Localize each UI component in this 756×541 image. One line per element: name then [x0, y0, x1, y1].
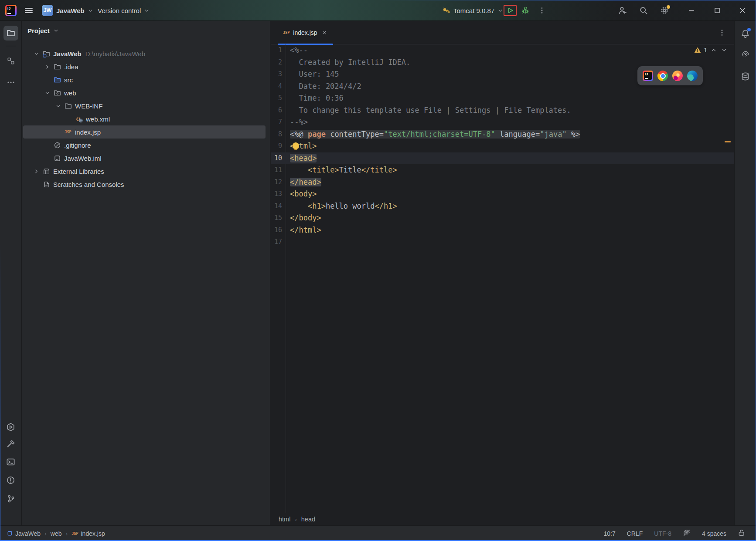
database-tool-button[interactable] [739, 70, 752, 83]
code-line-5[interactable]: 5 Time: 0:36 [271, 92, 734, 105]
more-dots-icon [7, 78, 15, 87]
code-line-13[interactable]: 13<body> [271, 188, 734, 200]
code-line-11[interactable]: 11 <title>Title</title> [271, 164, 734, 176]
edge-icon[interactable] [687, 71, 698, 81]
code-line-1[interactable]: 1<%-- [271, 44, 734, 57]
status-path-label: index.jsp [81, 530, 105, 537]
project-tool-button[interactable] [3, 26, 18, 41]
close-button[interactable] [733, 0, 752, 21]
code-editor[interactable]: 1<%--2 Created by IntelliJ IDEA.3 User: … [271, 44, 734, 513]
tree-item-javaweb-iml[interactable]: JavaWeb.iml [23, 152, 266, 165]
tree-item--idea[interactable]: .idea [23, 60, 266, 73]
idea-logo-button[interactable]: IJ [5, 0, 17, 21]
code-line-7[interactable]: 7--%> [271, 116, 734, 128]
build-tool-button[interactable] [3, 436, 18, 451]
status-path-index-jsp[interactable]: JSPindex.jsp [72, 530, 105, 537]
status-path-separator: › [65, 530, 68, 537]
status-path-web[interactable]: web [51, 530, 62, 537]
tree-item--gitignore[interactable]: .gitignore [23, 139, 266, 152]
project-widget[interactable]: JW JavaWeb [42, 0, 93, 21]
tree-item-src[interactable]: src [23, 73, 266, 86]
search-everywhere-button[interactable] [639, 0, 648, 21]
tree-item-label: JavaWeb [53, 50, 82, 57]
chevron-right-icon[interactable] [33, 168, 40, 175]
maximize-button[interactable] [708, 0, 727, 21]
inspection-widget[interactable]: 1 [694, 46, 728, 54]
code-line-12[interactable]: 12</head> [271, 176, 734, 189]
tab-close-icon[interactable] [321, 29, 328, 36]
code-line-text: User: 145 [286, 68, 339, 81]
code-line-14[interactable]: 14 <h1>hello world</h1> [271, 200, 734, 213]
caret-position-widget[interactable]: 10:7 [603, 530, 615, 537]
code-line-text: <title>Title</title> [286, 164, 397, 176]
folder-web-icon [53, 89, 61, 97]
structure-tool-button[interactable] [3, 54, 18, 68]
problems-tool-button[interactable] [3, 473, 18, 487]
code-line-9[interactable]: 9<html> [271, 140, 734, 152]
idea-browser-icon[interactable]: IJ [643, 71, 653, 81]
firefox-icon[interactable] [672, 71, 683, 81]
folder-project-icon [42, 50, 50, 57]
tree-item-web[interactable]: web [23, 86, 266, 99]
line-number: 5 [271, 92, 286, 105]
breadcrumb-separator: › [295, 516, 296, 523]
minimize-button[interactable] [682, 0, 701, 21]
encoding-widget[interactable]: UTF-8 [654, 530, 671, 537]
minimize-icon [688, 7, 695, 14]
chrome-icon[interactable] [657, 71, 668, 81]
code-line-8[interactable]: 8<%@ page contentType="text/html;charset… [271, 128, 734, 141]
run-configuration-widget[interactable]: Tomcat 9.0.87 [443, 0, 503, 21]
code-line-text: </body> [286, 212, 321, 224]
tree-item-javaweb[interactable]: JavaWebD:\mybatis\JavaWeb [23, 47, 266, 60]
debug-button[interactable] [521, 0, 529, 21]
tree-item-index-jsp[interactable]: JSPindex.jsp [23, 125, 266, 139]
indent-widget[interactable]: 4 spaces [702, 530, 726, 537]
next-problem-button[interactable] [720, 46, 728, 54]
status-path-javaweb[interactable]: JavaWeb [7, 530, 41, 537]
tree-item-label: web.xml [86, 115, 110, 123]
notifications-button[interactable] [739, 27, 752, 40]
breadcrumb-html[interactable]: html [279, 516, 290, 523]
more-tool-windows-button[interactable] [3, 75, 18, 90]
code-line-16[interactable]: 16</html> [271, 224, 734, 237]
ai-status-button[interactable] [683, 529, 691, 538]
tree-item-external-libraries[interactable]: External Libraries [23, 165, 266, 178]
code-line-text: </html> [286, 224, 321, 237]
code-line-10[interactable]: 10<head> [271, 152, 734, 165]
vcs-widget[interactable]: Version control [98, 0, 150, 21]
error-stripe-mark[interactable] [725, 141, 731, 142]
services-tool-button[interactable] [3, 419, 18, 434]
settings-button[interactable] [660, 0, 669, 21]
prev-problem-button[interactable] [710, 46, 718, 54]
code-line-17[interactable]: 17 [271, 236, 734, 248]
line-number: 4 [271, 81, 286, 93]
chevron-down-icon[interactable] [33, 50, 40, 57]
line-ending-widget[interactable]: CRLF [627, 530, 643, 537]
breadcrumb-head[interactable]: head [301, 516, 315, 523]
tree-item-web-xml[interactable]: web.xml [23, 112, 266, 125]
code-line-15[interactable]: 15</body> [271, 212, 734, 224]
chevron-down-icon[interactable] [54, 102, 61, 109]
main-menu-button[interactable] [25, 0, 33, 21]
tree-item-web-inf[interactable]: WEB-INF [23, 99, 266, 112]
code-line-6[interactable]: 6 To change this template use File | Set… [271, 105, 734, 117]
status-path-label: web [51, 530, 62, 537]
line-number: 1 [271, 44, 286, 57]
code-line-text: Created by IntelliJ IDEA. [286, 57, 410, 69]
breadcrumbs-bar: html › head [271, 513, 734, 525]
lock-status-button[interactable] [738, 529, 746, 538]
tab-index-jsp[interactable]: JSP index.jsp [278, 21, 333, 44]
editor-options-button[interactable] [717, 27, 727, 38]
project-panel-header[interactable]: Project [22, 21, 270, 40]
chevron-right-icon[interactable] [44, 63, 51, 70]
line-number: 7 [271, 116, 286, 128]
code-with-me-button[interactable] [618, 0, 627, 21]
more-run-actions-button[interactable] [538, 0, 546, 21]
tree-item-scratches-and-consoles[interactable]: Scratches and Consoles [23, 178, 266, 191]
intention-bulb-icon[interactable] [293, 142, 299, 149]
run-button[interactable] [504, 0, 517, 21]
terminal-tool-button[interactable] [3, 454, 18, 469]
chevron-down-icon[interactable] [44, 89, 51, 96]
version-control-tool-button[interactable] [3, 491, 18, 506]
ai-assistant-button[interactable] [739, 48, 752, 61]
